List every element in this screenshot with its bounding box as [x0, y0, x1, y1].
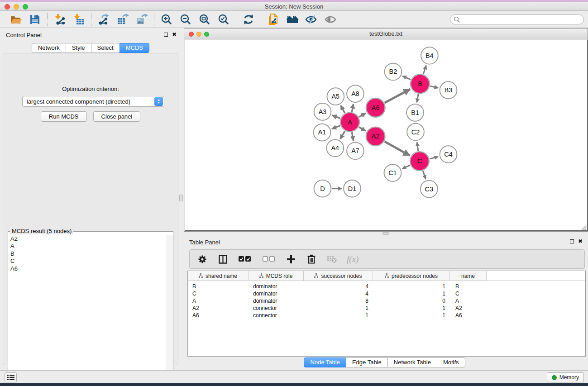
export-table-icon[interactable] — [116, 13, 129, 26]
zoom-fit-icon[interactable] — [198, 13, 211, 26]
zoom-out-icon[interactable] — [179, 13, 192, 26]
edge-A-A7[interactable] — [352, 132, 353, 141]
edge-C-C4[interactable] — [430, 157, 438, 158]
result-item[interactable]: A6 — [9, 265, 166, 272]
edge-A-A2[interactable] — [359, 127, 366, 131]
add-column-icon[interactable] — [286, 254, 296, 265]
tab-motifs[interactable]: Motifs — [437, 357, 465, 367]
result-scrollbar[interactable] — [167, 235, 173, 386]
edge-A-A6[interactable] — [359, 113, 366, 117]
result-item[interactable]: C — [9, 257, 166, 265]
table-cell[interactable]: C — [188, 290, 249, 297]
result-item[interactable]: A — [9, 243, 166, 250]
table-row[interactable]: Adominator80A — [188, 297, 585, 305]
column-header-predecessor-nodes[interactable]: predecessor nodes — [373, 271, 450, 281]
edge-B-B1[interactable] — [417, 94, 418, 103]
edge-B-B3[interactable] — [430, 86, 438, 88]
tab-network[interactable]: Network — [32, 43, 66, 53]
column-header-shared-name[interactable]: shared name — [188, 271, 249, 281]
edge-C-C3[interactable] — [423, 171, 425, 179]
delete-table-icon[interactable] — [326, 254, 337, 265]
new-session-from-doc-icon[interactable] — [267, 13, 280, 26]
zoom-in-icon[interactable] — [160, 13, 173, 26]
table-cell[interactable]: 0 — [373, 297, 450, 305]
table-cell[interactable]: A — [188, 297, 249, 305]
close-panel-button[interactable]: Close panel — [93, 111, 141, 122]
edge-B-B4[interactable] — [423, 65, 426, 74]
table-cell[interactable]: A2 — [188, 305, 249, 312]
table-cell[interactable]: 1 — [373, 312, 450, 319]
table-cell[interactable]: 1 — [373, 305, 450, 312]
table-row[interactable]: A2connector11A2 — [188, 305, 585, 312]
zoom-selected-icon[interactable] — [217, 13, 230, 26]
table-cell[interactable]: 4 — [304, 290, 373, 297]
table-cell[interactable]: B — [450, 283, 487, 290]
import-table-icon[interactable] — [72, 13, 86, 26]
edge-A6-B[interactable] — [385, 89, 410, 103]
edge-A-A4[interactable] — [340, 131, 345, 139]
hide-graphics-details-icon[interactable] — [305, 13, 318, 26]
table-cell[interactable]: connector — [249, 312, 304, 319]
horizontal-splitter-handle[interactable] — [382, 232, 389, 235]
edge-B-B2[interactable] — [402, 76, 411, 80]
table-cell[interactable]: A — [450, 297, 487, 305]
float-table-panel-icon[interactable] — [570, 239, 574, 243]
table-row[interactable]: A6connector11A6 — [188, 312, 585, 319]
close-table-panel-icon[interactable]: ✖ — [578, 239, 583, 243]
table-cell[interactable]: 4 — [304, 283, 373, 290]
table-cell[interactable]: A6 — [450, 312, 487, 319]
tab-mcds[interactable]: MCDS — [120, 43, 149, 53]
edge-A-A1[interactable] — [332, 126, 340, 129]
export-network-icon[interactable] — [97, 13, 110, 26]
table-cell[interactable]: connector — [249, 305, 304, 312]
edge-C-C1[interactable] — [402, 165, 410, 169]
resize-grip-icon[interactable] — [580, 224, 587, 230]
apply-function-icon[interactable]: f(x) — [347, 254, 359, 264]
network-window-titlebar[interactable]: testGlobe.txt — [184, 29, 588, 39]
open-folder-icon[interactable] — [9, 13, 23, 26]
memory-button[interactable]: Memory — [547, 372, 584, 382]
delete-columns-icon[interactable] — [306, 254, 317, 265]
table-cell[interactable]: dominator — [249, 283, 304, 290]
table-row[interactable]: Bdominator41B — [188, 283, 585, 290]
criterion-dropdown[interactable]: largest connected component (directed) ▲… — [22, 96, 164, 107]
table-cell[interactable]: dominator — [249, 297, 304, 305]
edge-A-A3[interactable] — [332, 115, 340, 119]
select-all-rows-icon[interactable] — [238, 254, 252, 265]
result-item[interactable]: B — [9, 250, 166, 257]
edge-A2-C[interactable] — [385, 142, 410, 156]
table-cell[interactable]: 1 — [304, 305, 373, 312]
result-item[interactable]: A2 — [9, 235, 166, 243]
table-cell[interactable]: B — [188, 283, 249, 290]
save-icon[interactable] — [28, 13, 42, 26]
table-cell[interactable]: 8 — [304, 297, 373, 305]
export-image-icon[interactable] — [135, 13, 148, 26]
table-cell[interactable]: dominator — [249, 290, 304, 297]
table-cell[interactable]: 1 — [373, 290, 450, 297]
table-settings-icon[interactable] — [197, 254, 208, 265]
tab-network-table[interactable]: Network Table — [387, 357, 437, 367]
table-cell[interactable]: A2 — [450, 305, 487, 312]
run-mcds-button[interactable]: Run MCDS — [41, 111, 87, 122]
close-panel-icon[interactable]: ✖ — [172, 32, 177, 37]
deselect-all-rows-icon[interactable] — [262, 254, 276, 265]
refresh-icon[interactable] — [242, 13, 255, 26]
task-history-button[interactable] — [5, 372, 17, 382]
table-cell[interactable]: A6 — [188, 312, 249, 319]
table-cell[interactable]: 1 — [304, 312, 373, 319]
edge-C-C2[interactable] — [417, 142, 418, 151]
column-header-MCDS-role[interactable]: MCDS role — [249, 271, 304, 281]
table-row[interactable]: Cdominator41C — [188, 290, 585, 297]
show-graphics-details-icon[interactable] — [324, 13, 337, 26]
network-canvas[interactable]: B4B2BB3A8A5A6A3B1AC2A1A2A4A7C4CC1C3DD1 — [185, 40, 588, 231]
tab-select[interactable]: Select — [91, 43, 120, 53]
table-cell[interactable]: C — [450, 290, 487, 297]
edge-A-A5[interactable] — [340, 105, 344, 113]
edge-A-A8[interactable] — [352, 104, 353, 112]
tab-edge-table[interactable]: Edge Table — [346, 357, 388, 367]
search-field[interactable] — [450, 14, 584, 24]
tab-style[interactable]: Style — [66, 43, 91, 53]
tab-node-table[interactable]: Node Table — [304, 357, 346, 367]
home-view-icon[interactable] — [286, 13, 299, 26]
import-network-icon[interactable] — [53, 13, 67, 26]
